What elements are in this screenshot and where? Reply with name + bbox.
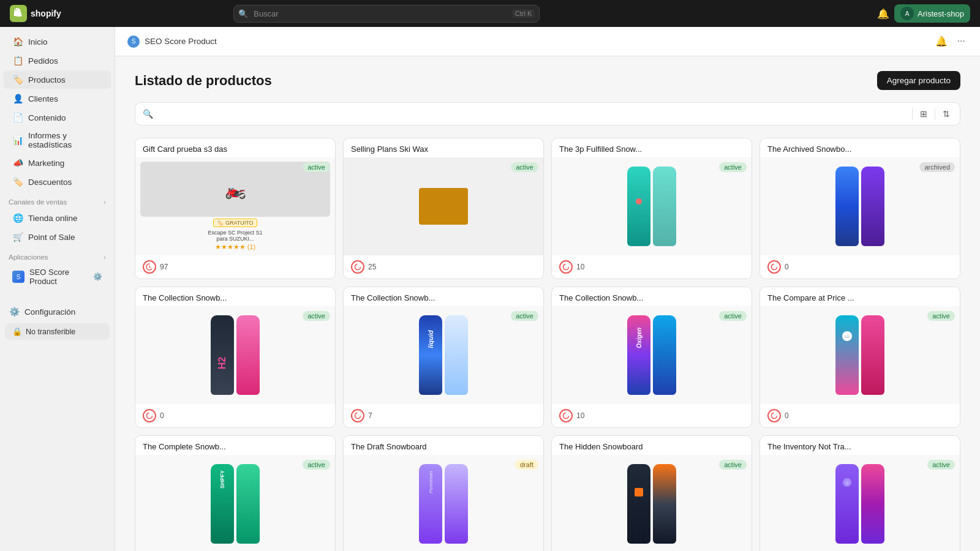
products-search-input[interactable] bbox=[158, 110, 907, 119]
sidebar-config-item[interactable]: ⚙️ Configuración bbox=[0, 302, 115, 321]
shopify-logo[interactable]: shopify bbox=[10, 5, 61, 22]
sidebar-item-informes[interactable]: 📊 Informes y estadísticas bbox=[4, 127, 111, 153]
seo-icon-p7 bbox=[559, 409, 573, 422]
sidebar-item-seo-score[interactable]: S SEO Score Product ⚙️ bbox=[4, 264, 111, 290]
sidebar-item-inicio[interactable]: 🏠 Inicio bbox=[4, 32, 111, 51]
product-title-p12: The Inventory Not Tra... bbox=[760, 436, 960, 455]
sidebar-item-pedidos[interactable]: 📋 Pedidos bbox=[4, 51, 111, 70]
product-card-p6[interactable]: The Collection Snowb... liquid active bbox=[343, 287, 544, 428]
sales-channels-chevron[interactable]: › bbox=[104, 198, 106, 206]
marketing-icon: 📣 bbox=[12, 157, 23, 168]
sidebar-item-marketing[interactable]: 📣 Marketing bbox=[4, 154, 111, 172]
sidebar-label-pos: Point of Sale bbox=[28, 233, 75, 242]
subheader-actions: 🔔 ··· bbox=[933, 33, 968, 50]
product-footer-p7: 10 bbox=[552, 404, 752, 427]
sidebar-item-pos[interactable]: 🛒 Point of Sale bbox=[4, 228, 111, 246]
sidebar-item-descuentos[interactable]: 🏷️ Descuentos bbox=[4, 173, 111, 191]
sidebar-item-contenido[interactable]: 📄 Contenido bbox=[4, 108, 111, 127]
svg-point-3 bbox=[147, 413, 153, 419]
config-icon: ⚙️ bbox=[9, 306, 20, 317]
bike-stars: ★★★★★ (1) bbox=[215, 243, 256, 251]
product-card-p3[interactable]: The 3p Fulfilled Snow... active bbox=[551, 138, 752, 279]
svg-point-2 bbox=[772, 264, 777, 270]
bell-icon[interactable]: 🔔 bbox=[877, 8, 889, 20]
sort-button[interactable]: ⇅ bbox=[940, 108, 952, 120]
status-badge-p9: active bbox=[303, 460, 330, 470]
product-card-p9[interactable]: The Complete Snowb... SHPFY active bbox=[135, 435, 336, 551]
svg-point-0 bbox=[355, 264, 361, 270]
product-image-p10: Penniman draft bbox=[344, 455, 543, 551]
home-icon: 🏠 bbox=[12, 36, 23, 47]
seo-score-p4: 0 bbox=[785, 263, 789, 271]
apps-chevron[interactable]: › bbox=[104, 253, 106, 261]
layout: 🏠 Inicio 📋 Pedidos 🏷️ Productos 👤 Client… bbox=[0, 27, 980, 551]
two-boards-p7: Oxigen bbox=[627, 306, 676, 404]
search-input[interactable] bbox=[233, 5, 540, 23]
product-card-p4[interactable]: The Archived Snowbo... archived 0 bbox=[760, 138, 960, 279]
product-title-p9: The Complete Snowb... bbox=[135, 436, 335, 455]
add-product-button[interactable]: Agregar producto bbox=[877, 71, 960, 90]
product-image-p7: Oxigen active bbox=[552, 306, 752, 404]
product-image-p5: H2 active bbox=[135, 306, 335, 404]
subheader-more-icon[interactable]: ··· bbox=[955, 33, 968, 50]
filter-button[interactable]: ⊞ bbox=[918, 108, 930, 120]
product-card-p11[interactable]: The Hidden Snowboard active bbox=[551, 435, 752, 551]
two-boards-p12: ☺ bbox=[835, 455, 884, 551]
subheader-app-icon: S bbox=[127, 36, 140, 48]
product-card-p5[interactable]: The Collection Snowb... H2 active bbox=[135, 287, 336, 428]
sidebar-label-descuentos: Descuentos bbox=[28, 178, 72, 187]
apps-label: Aplicaciones bbox=[9, 253, 48, 261]
product-image-p4: archived bbox=[760, 157, 960, 255]
product-card-p12[interactable]: The Inventory Not Tra... ☺ active bbox=[760, 435, 960, 551]
product-title-p7: The Collection Snowb... bbox=[552, 287, 752, 306]
product-card-p10[interactable]: The Draft Snowboard Penniman draft bbox=[343, 435, 544, 551]
status-badge-p11: active bbox=[719, 460, 747, 470]
sidebar-item-tienda-online[interactable]: 🌐 Tienda online bbox=[4, 209, 111, 227]
discounts-icon: 🏷️ bbox=[12, 176, 23, 187]
account-avatar: A bbox=[900, 7, 914, 20]
products-icon: 🏷️ bbox=[12, 74, 23, 85]
no-transfer-button[interactable]: 🔒 No transferible bbox=[5, 323, 110, 340]
status-badge-p4: archived bbox=[919, 162, 955, 172]
seo-score-p6: 7 bbox=[368, 411, 372, 420]
sidebar-item-clientes[interactable]: 👤 Clientes bbox=[4, 89, 111, 108]
two-boards-p9: SHPFY bbox=[211, 455, 260, 551]
search-products-icon: 🔍 bbox=[143, 109, 153, 119]
sidebar-label-productos: Productos bbox=[28, 75, 66, 84]
content-icon: 📄 bbox=[12, 112, 23, 123]
search-icon-top: 🔍 bbox=[238, 9, 248, 18]
product-title-p11: The Hidden Snowboard bbox=[552, 436, 752, 455]
two-boards-p11 bbox=[627, 455, 676, 551]
two-boards-p10: Penniman bbox=[419, 455, 468, 551]
product-image-p3: active bbox=[552, 157, 752, 255]
status-badge-p1: active bbox=[303, 162, 330, 172]
seo-settings-icon[interactable]: ⚙️ bbox=[93, 272, 102, 281]
store-icon: 🌐 bbox=[12, 212, 23, 223]
status-badge-p8: active bbox=[927, 311, 955, 321]
sidebar-item-productos[interactable]: 🏷️ Productos bbox=[4, 70, 111, 89]
sidebar-label-tienda: Tienda online bbox=[28, 214, 78, 223]
seo-icon-p3 bbox=[559, 260, 573, 274]
reports-icon: 📊 bbox=[12, 135, 23, 146]
product-title-p8: The Compare at Price ... bbox=[760, 287, 960, 306]
subheader-bell-icon[interactable]: 🔔 bbox=[933, 33, 950, 50]
seo-icon-p1 bbox=[143, 260, 156, 274]
seo-icon-p4 bbox=[767, 260, 781, 274]
page-header: Listado de productos Agregar producto bbox=[135, 71, 960, 90]
product-card-p1[interactable]: Gift Card prueba s3 das 🏍️ 🏷️ GRATUITO E… bbox=[135, 138, 336, 279]
no-transfer-label: No transferible bbox=[26, 328, 75, 336]
seo-score-p1: 97 bbox=[160, 263, 168, 271]
product-card-p2[interactable]: Selling Plans Ski Wax active 25 bbox=[343, 138, 544, 279]
sidebar-label-informes: Informes y estadísticas bbox=[28, 131, 102, 149]
product-image-p12: ☺ active bbox=[760, 455, 960, 551]
product-card-p8[interactable]: The Compare at Price ... ☁️ active bbox=[760, 287, 960, 428]
status-badge-p5: active bbox=[303, 311, 330, 321]
topbar: shopify 🔍 Ctrl K 🔔 A Aristest-shop bbox=[0, 0, 980, 27]
product-card-p7[interactable]: The Collection Snowb... Oxigen active bbox=[551, 287, 752, 428]
seo-icon-p2 bbox=[351, 260, 364, 274]
product-title-p3: The 3p Fulfilled Snow... bbox=[552, 138, 752, 157]
search-filter-bar: 🔍 ⊞ ⇅ bbox=[135, 102, 960, 126]
status-badge-p10: draft bbox=[515, 460, 538, 470]
account-button[interactable]: A Aristest-shop bbox=[894, 4, 970, 23]
svg-point-6 bbox=[772, 413, 777, 419]
